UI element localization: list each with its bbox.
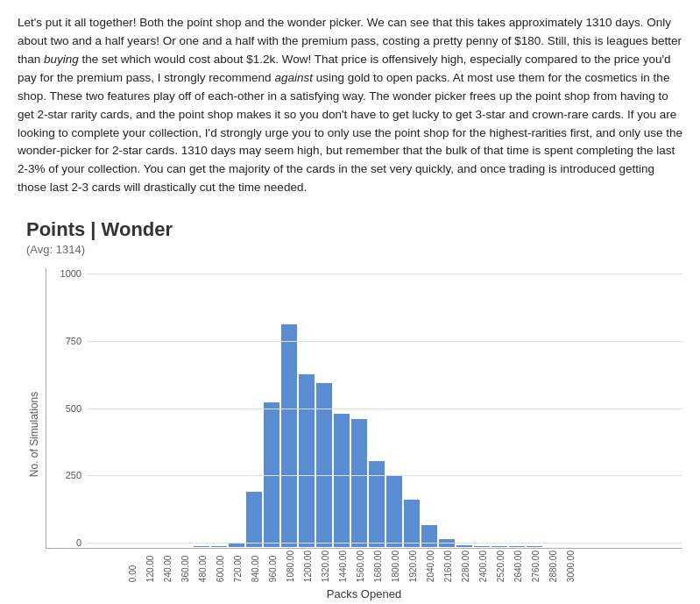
y-grid-line	[87, 341, 682, 342]
x-label: 1440.00	[338, 551, 354, 582]
bar	[351, 419, 367, 547]
chart-subtitle: (Avg: 1314)	[26, 243, 682, 256]
bar	[369, 461, 385, 548]
bar	[211, 546, 227, 548]
x-label: 2640.00	[513, 551, 529, 582]
chart-title: Points | Wonder	[26, 218, 682, 241]
x-label: 0.00	[128, 551, 144, 582]
y-tick: 0	[46, 537, 87, 548]
bar	[299, 374, 315, 547]
chart-container: No. of Simulations 10007505002500 0.0012…	[26, 268, 682, 600]
x-label: 2760.00	[531, 551, 547, 582]
bar	[456, 545, 472, 548]
x-label: 1560.00	[356, 551, 371, 582]
x-label: 2880.00	[548, 551, 564, 582]
x-label: 960.00	[268, 551, 284, 582]
y-grid-line	[87, 274, 682, 274]
intro-paragraph: Let's put it all together! Both the poin…	[18, 14, 682, 197]
chart-section: Points | Wonder (Avg: 1314) No. of Simul…	[18, 218, 682, 600]
y-ticks: 10007505002500	[46, 268, 87, 548]
y-tick: 250	[46, 470, 87, 480]
bar	[421, 525, 437, 547]
bar	[404, 500, 420, 547]
x-label: 480.00	[198, 551, 214, 582]
x-axis-title: Packs Opened	[46, 587, 682, 600]
bar	[491, 546, 507, 547]
y-grid-line	[87, 409, 682, 409]
x-label: 1200.00	[303, 551, 319, 582]
x-label: 120.00	[145, 551, 161, 582]
chart-plot: 10007505002500	[46, 268, 682, 549]
x-label: 600.00	[216, 551, 231, 582]
x-label: 2160.00	[443, 551, 459, 582]
y-tick: 500	[46, 403, 87, 414]
y-tick: 1000	[46, 268, 87, 279]
y-tick: 750	[46, 336, 87, 346]
y-grid-line	[87, 543, 682, 544]
x-axis-labels: 0.00120.00240.00360.00480.00600.00720.00…	[46, 551, 682, 582]
y-grid-line	[87, 475, 682, 476]
bar	[194, 546, 209, 547]
chart-inner: 10007505002500 0.00120.00240.00360.00480…	[46, 268, 682, 600]
x-label: 240.00	[163, 551, 179, 582]
x-label: 720.00	[233, 551, 249, 582]
bar	[334, 414, 350, 548]
x-label: 3000.00	[566, 551, 582, 582]
x-label: 1680.00	[373, 551, 389, 582]
y-axis-label: No. of Simulations	[26, 268, 42, 600]
x-label: 1920.00	[408, 551, 424, 582]
bar	[246, 492, 262, 548]
bar	[474, 546, 490, 547]
x-label: 1800.00	[391, 551, 407, 582]
bar	[281, 324, 297, 547]
bar	[527, 546, 542, 547]
x-label: 2520.00	[496, 551, 512, 582]
x-label: 1320.00	[321, 551, 336, 582]
x-label: 360.00	[180, 551, 196, 582]
x-label: 1080.00	[286, 551, 301, 582]
x-label: 2040.00	[426, 551, 442, 582]
bar	[386, 476, 402, 547]
x-label: 2400.00	[478, 551, 494, 582]
x-label: 2280.00	[461, 551, 477, 582]
bar	[509, 546, 525, 547]
x-label: 840.00	[251, 551, 266, 582]
